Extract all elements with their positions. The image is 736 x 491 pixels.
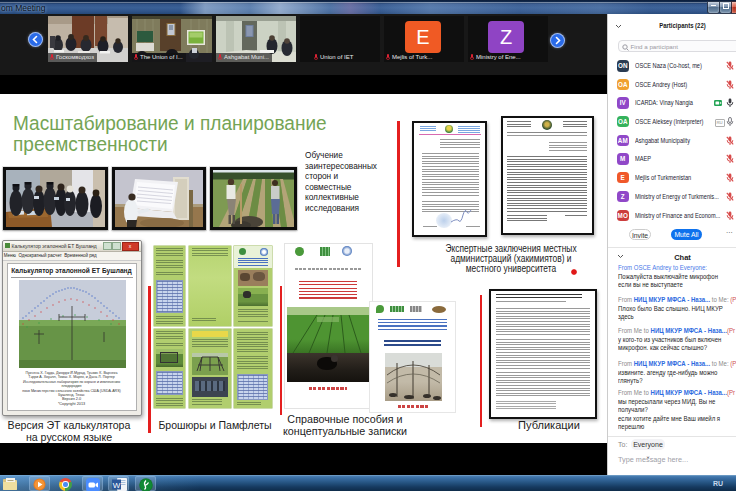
svg-text:W: W — [113, 480, 121, 489]
